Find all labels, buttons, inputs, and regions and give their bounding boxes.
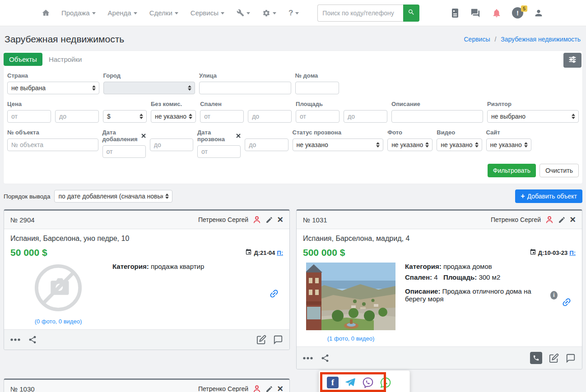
settings-menu[interactable] [262,9,276,17]
price-label: Цена [7,101,51,107]
agent-icon[interactable] [252,215,261,224]
more-options-icon[interactable] [10,338,20,341]
call-status-label: Статус прозвона [293,129,384,136]
street-label: Улица [199,72,291,79]
currency-select[interactable]: $ [103,110,147,123]
top-navbar: Продажа Аренда Сделки Сервисы ? ! [0,0,586,26]
video-select[interactable]: не указано [437,138,482,151]
external-link-icon[interactable] [266,286,282,301]
property-photo[interactable] [306,263,395,332]
close-icon[interactable]: × [570,216,576,224]
object-number: № 1031 [303,216,327,224]
share-icon[interactable] [321,354,330,363]
share-icon[interactable] [28,335,37,344]
media-count-link[interactable]: (1 фото, 0 видео) [327,335,374,342]
filter-toggle-button[interactable] [563,53,581,68]
messages-icon[interactable] [470,8,481,18]
facebook-icon[interactable]: f [327,377,339,388]
alerts-icon[interactable]: ! 5 [512,7,523,18]
agent-icon[interactable] [252,384,261,392]
date-called-to-input[interactable] [245,138,288,151]
search-button[interactable] [403,5,419,22]
viber-icon[interactable] [362,377,374,388]
category-value: продажа квартир [151,263,204,270]
breadcrumb-current-link[interactable]: Зарубежная недвижимость [501,36,581,43]
object-cards-grid: № 2904 Петренко Сергей × Испания, Барсел… [0,209,586,392]
realtor-select[interactable]: не выбрано [487,110,579,123]
info-icon[interactable]: i [550,291,558,300]
house-number-input[interactable] [295,82,339,94]
country-select[interactable]: не выбрана [7,82,99,94]
edit-pencil-icon[interactable] [265,216,273,224]
commission-label: Без комис. [151,101,196,107]
description-input[interactable] [391,110,483,123]
nav-item-servisy[interactable]: Сервисы [191,9,224,17]
chevron-down-icon [246,12,250,14]
nav-item-prodazha[interactable]: Продажа [61,9,96,17]
bedrooms-to-input[interactable] [248,110,292,123]
select-arrows-icon [188,85,191,91]
home-icon[interactable] [42,9,50,17]
journal-icon[interactable] [451,8,459,18]
media-count-link[interactable]: (0 фото, 0 видео) [35,318,82,325]
whatsapp-icon[interactable] [380,377,391,388]
price-from-input[interactable] [7,110,51,123]
clear-date-called-icon[interactable] [236,134,241,138]
street-input[interactable] [199,82,291,94]
clear-button[interactable]: Очистить [539,164,579,177]
object-card-2904: № 2904 Петренко Сергей × Испания, Барсел… [4,209,290,350]
sort-select[interactable]: по дате добавления (сначала новые) [54,190,172,203]
agent-icon[interactable] [545,215,554,224]
photo-select[interactable]: не указано [387,138,433,151]
commission-select[interactable]: не указано [151,110,196,123]
comment-icon[interactable] [273,335,283,345]
clear-date-added-icon[interactable] [141,134,146,138]
breadcrumb-parent-link[interactable]: Сервисы [464,36,490,43]
call-icon[interactable] [530,352,542,364]
filter-button[interactable]: Фильтровать [488,164,536,177]
p-link[interactable]: П: [277,249,283,256]
date-added-from-input[interactable] [102,145,146,158]
edit-pencil-icon[interactable] [558,216,566,224]
date-added-to-input[interactable] [150,138,193,151]
edit-object-icon[interactable] [256,335,266,345]
sliders-icon [568,55,577,65]
tab-objects[interactable]: Объекты [4,53,42,66]
notifications-bell-icon[interactable] [492,8,502,18]
edit-pencil-icon[interactable] [265,385,273,392]
p-link[interactable]: П: [569,249,576,256]
comment-icon[interactable] [566,353,576,363]
filter-panel: Объекты Настройки Страна не выбрана Горо… [4,51,582,184]
bedrooms-label: Спален: [405,273,432,281]
object-number-input[interactable] [7,138,98,151]
date-called-from-input[interactable] [197,145,241,158]
add-object-button[interactable]: +Добавить объект [515,189,582,203]
search-input[interactable] [317,5,403,22]
card-body: Испания, Барселона, уно педре, 10 50 000… [4,229,289,329]
call-status-select[interactable]: не указано [293,138,384,151]
category-label: Категория: [112,263,149,270]
bedrooms-label: Спален [200,101,244,107]
edit-object-icon[interactable] [549,353,559,363]
telegram-icon[interactable] [344,377,356,388]
area-value: 300 м2 [479,273,500,281]
area-to-input[interactable] [344,110,387,123]
close-icon[interactable]: × [277,385,283,392]
tab-settings[interactable]: Настройки [42,53,88,66]
external-link-icon[interactable] [559,295,574,310]
tools-menu[interactable] [237,9,250,17]
card-header: № 1030 Петренко Сергей × [4,380,289,392]
nav-item-sdelki[interactable]: Сделки [149,9,178,17]
chevron-down-icon [273,12,276,14]
user-profile-icon[interactable] [534,8,544,18]
area-from-input[interactable] [296,110,340,123]
close-icon[interactable]: × [277,216,283,224]
price-to-input[interactable] [55,110,99,123]
select-arrows-icon [425,142,429,148]
more-options-icon[interactable] [303,357,313,360]
help-menu[interactable]: ? [288,9,299,18]
site-select[interactable]: не указано [486,138,531,151]
city-select[interactable] [103,82,195,94]
nav-item-arenda[interactable]: Аренда [108,9,137,17]
bedrooms-from-input[interactable] [200,110,244,123]
